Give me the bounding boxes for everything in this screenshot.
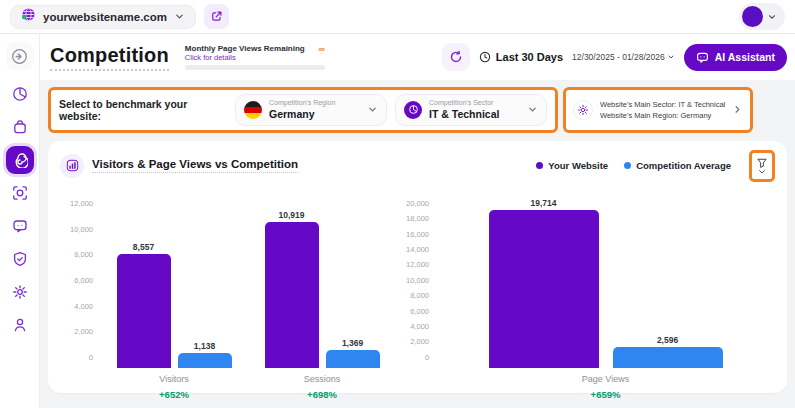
site-main-sector: Website's Main Sector: IT & Technical — [600, 99, 725, 110]
bar-competition-average[interactable] — [326, 350, 380, 368]
y-tick: 18,000 — [406, 216, 429, 222]
bar-value-label: 2,596 — [657, 335, 678, 345]
benchmark-row: Select to benchmark your website: Compet… — [48, 87, 787, 133]
delta-percentage: +652% — [159, 389, 189, 400]
y-tick: 20,000 — [406, 201, 429, 207]
open-website-button[interactable] — [204, 4, 229, 29]
bar-your-website[interactable] — [489, 210, 599, 368]
sector-pie-icon — [404, 101, 422, 119]
website-domain: yourwebsitename.com — [43, 11, 167, 23]
benchmark-selectors-annotation: Select to benchmark your website: Compet… — [48, 87, 558, 133]
quota-progress-bar — [185, 65, 325, 70]
quota-details-link[interactable]: Click for details — [185, 53, 325, 62]
legend-competition-average[interactable]: Competition Average — [624, 160, 731, 171]
region-dropdown-label: Competition's Region — [269, 99, 360, 108]
y-tick: 12,000 — [70, 201, 93, 207]
external-link-icon — [210, 10, 223, 23]
y-tick: 0 — [89, 355, 93, 361]
filter-button[interactable] — [749, 150, 775, 182]
y-tick: 4,000 — [410, 324, 429, 330]
legend-label: Your Website — [548, 160, 608, 171]
chevron-down-icon — [767, 12, 777, 22]
bag-icon[interactable] — [6, 113, 34, 141]
region-dropdown[interactable]: Competition's Region Germany — [235, 94, 387, 126]
website-favicon-icon — [21, 7, 36, 26]
chevron-down-icon — [527, 104, 538, 115]
bar-value-label: 19,714 — [531, 198, 557, 208]
quota-widget[interactable]: Monthly Page Views Remaining ∞ Click for… — [185, 44, 325, 70]
y-tick: 12,000 — [406, 262, 429, 268]
y-tick: 0 — [425, 355, 429, 361]
benchmark-label: Select to benchmark your website: — [59, 98, 227, 122]
date-range-preset[interactable]: Last 30 Days — [479, 51, 563, 63]
y-axis-right: 20,00018,00016,00014,00012,00010,0008,00… — [396, 198, 436, 358]
sector-dropdown[interactable]: Competition's Sector IT & Technical — [395, 94, 547, 126]
chevron-right-icon — [732, 104, 743, 115]
user-menu[interactable] — [739, 3, 785, 30]
chat-icon[interactable] — [6, 212, 34, 240]
top-bar: yourwebsitename.com — [0, 0, 795, 34]
filter-funnel-icon — [756, 157, 768, 169]
refresh-icon — [449, 50, 463, 64]
quota-value: ∞ — [318, 45, 324, 53]
bar-group: 19,7142,596Page Views+659% — [489, 198, 723, 400]
y-tick: 10,000 — [406, 278, 429, 284]
chart-title: Visitors & Page Views vs Competition — [92, 158, 298, 173]
y-tick: 8,000 — [74, 252, 93, 258]
ai-assistant-button[interactable]: AI Assistant — [684, 44, 787, 71]
site-main-region: Website's Main Region: Germany — [600, 110, 725, 121]
refresh-button[interactable] — [442, 43, 470, 71]
y-tick: 6,000 — [74, 278, 93, 284]
location-user-icon[interactable] — [6, 311, 34, 339]
y-tick: 14,000 — [406, 247, 429, 253]
bar-group: 8,5571,138Visitors+652% — [117, 242, 232, 400]
bar-your-website[interactable] — [265, 222, 319, 368]
delta-percentage: +698% — [307, 389, 337, 400]
legend-your-website[interactable]: Your Website — [536, 160, 608, 171]
bar-competition-average[interactable] — [613, 347, 723, 368]
region-dropdown-value: Germany — [269, 108, 360, 121]
plot-area-left: 8,5571,138Visitors+652%10,9191,369Sessio… — [100, 198, 396, 400]
y-tick: 16,000 — [406, 232, 429, 238]
category-label: Sessions — [304, 374, 341, 384]
collapse-sidebar-icon[interactable] — [6, 42, 34, 70]
comparison-chart-card: Visitors & Page Views vs Competition You… — [48, 141, 787, 393]
germany-flag-icon — [244, 101, 262, 119]
delta-percentage: +659% — [591, 389, 621, 400]
chevron-down-icon — [758, 169, 766, 175]
sector-dropdown-label: Competition's Sector — [429, 99, 520, 108]
category-label: Visitors — [159, 374, 188, 384]
date-range-dates: 12/30/2025 - 01/28/2026 — [572, 52, 665, 62]
bar-group: 10,9191,369Sessions+698% — [265, 210, 380, 400]
y-tick: 2,000 — [74, 329, 93, 335]
shield-check-icon[interactable] — [6, 245, 34, 273]
gear-icon[interactable] — [6, 278, 34, 306]
page-title: Competition — [50, 44, 169, 71]
quota-label: Monthly Page Views Remaining — [185, 44, 305, 53]
page-header: Competition Monthly Page Views Remaining… — [40, 34, 795, 80]
website-selector[interactable]: yourwebsitename.com — [10, 5, 196, 29]
sidebar — [0, 34, 40, 408]
scan-target-icon[interactable] — [6, 179, 34, 207]
y-tick: 2,000 — [410, 339, 429, 345]
bar-value-label: 8,557 — [133, 242, 154, 252]
pie-chart-icon[interactable] — [6, 80, 34, 108]
bar-competition-average[interactable] — [178, 353, 232, 368]
bar-value-label: 1,369 — [342, 338, 363, 348]
chevron-down-icon — [667, 53, 675, 61]
visitors-sessions-chart: 12,00010,0008,0006,0004,0002,0000 8,5571… — [60, 186, 396, 400]
competition-swirl-icon[interactable] — [6, 146, 34, 174]
website-main-info-annotation[interactable]: Website's Main Sector: IT & Technical We… — [563, 87, 753, 133]
chart-legend: Your Website Competition Average — [536, 160, 731, 171]
sector-dropdown-value: IT & Technical — [429, 108, 520, 121]
bar-value-label: 1,138 — [194, 341, 215, 351]
bar-value-label: 10,919 — [279, 210, 305, 220]
charts-row: 12,00010,0008,0006,0004,0002,0000 8,5571… — [60, 186, 775, 400]
clock-icon — [479, 51, 491, 63]
bar-your-website[interactable] — [117, 254, 171, 368]
chat-bubble-icon — [696, 51, 709, 64]
plot-area-right: 19,7142,596Page Views+659% — [436, 198, 775, 400]
bar-chart-icon — [60, 154, 84, 178]
site-gear-icon — [573, 100, 593, 120]
date-range-picker[interactable]: 12/30/2025 - 01/28/2026 — [572, 52, 675, 62]
